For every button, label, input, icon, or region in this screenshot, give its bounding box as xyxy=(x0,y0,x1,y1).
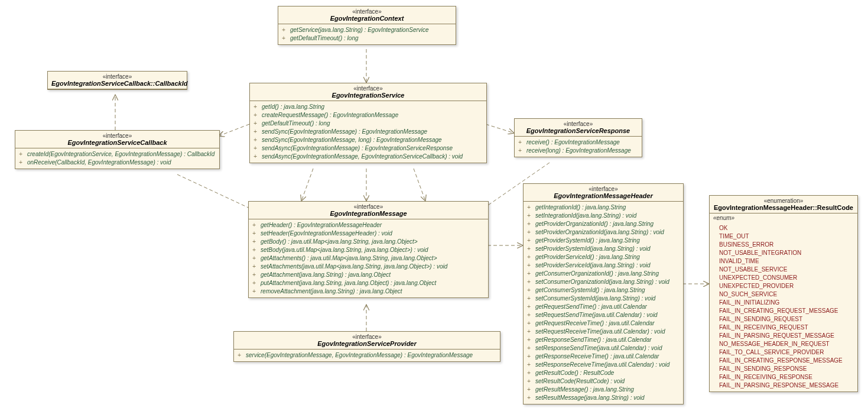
op-list: +getHeader() : EgovIntegrationMessageHea… xyxy=(249,219,488,297)
enum-result-code: «enumeration» EgovIntegrationMessageHead… xyxy=(709,195,858,392)
class-header: «interface» EgovIntegrationServiceCallba… xyxy=(48,72,187,89)
op-list: +getIntegrationId() : java.lang.String+s… xyxy=(524,202,683,404)
enum-value: FAIL_IN_RECEIVING_REQUEST xyxy=(713,323,854,332)
enum-value: FAIL_IN_CREATING_RESPONSE_MESSAGE xyxy=(713,357,854,365)
operation: +setResultMessage(java.lang.String) : vo… xyxy=(527,394,680,402)
operation: +createId(EgovIntegrationService, EgovIn… xyxy=(19,150,216,158)
op-list: +getId() : java.lang.String+createReques… xyxy=(250,101,486,163)
operation: +setProviderServiceId(java.lang.String) … xyxy=(527,261,680,270)
enum-value: FAIL_IN_SENDING_RESPONSE xyxy=(713,365,854,373)
operation: +getProviderServiceId() : java.lang.Stri… xyxy=(527,253,680,261)
operation: +putAttachment(java.lang.String, java.la… xyxy=(252,279,485,287)
operation: +setIntegrationId(java.lang.String) : vo… xyxy=(527,212,680,220)
class-name: EgovIntegrationMessageHeader xyxy=(554,192,653,199)
op-list: +service(EgovIntegrationMessage, EgovInt… xyxy=(234,349,500,361)
op-list: +getService(java.lang.String) : EgovInte… xyxy=(278,24,456,44)
stereotype: «interface» xyxy=(518,121,638,127)
class-message: «interface» EgovIntegrationMessage +getH… xyxy=(248,201,489,298)
class-name: EgovIntegrationServiceResponse xyxy=(526,127,630,134)
enum-value: FAIL_IN_INITIALIZING xyxy=(713,299,854,307)
enum-values: OK TIME_OUT BUSINESS_ERROR NOT_USABLE_IN… xyxy=(710,222,857,391)
class-response: «interface» EgovIntegrationServiceRespon… xyxy=(514,118,642,157)
class-header: «interface» EgovIntegrationService xyxy=(250,83,486,101)
operation: +getDefaultTimeout() : long xyxy=(253,119,483,128)
operation: +getResultMessage() : java.lang.String xyxy=(527,386,680,394)
operation: +service(EgovIntegrationMessage, EgovInt… xyxy=(238,351,496,360)
operation: +sendSync(EgovIntegrationMessage) : Egov… xyxy=(253,128,483,136)
operation: +getBody() : java.util.Map<java.lang.Str… xyxy=(252,238,485,246)
class-name: EgovIntegrationMessage xyxy=(330,210,407,217)
class-service: «interface» EgovIntegrationService +getI… xyxy=(249,83,487,163)
class-context: «interface» EgovIntegrationContext +getS… xyxy=(278,6,456,45)
operation: +getConsumerSystemId() : java.lang.Strin… xyxy=(527,286,680,295)
operation: +setResponseSendTime(java.util.Calendar)… xyxy=(527,344,680,352)
stereotype: «interface» xyxy=(527,186,680,192)
stereotype: «interface» xyxy=(19,132,216,139)
enum-value: NO_MESSAGE_HEADER_IN_REQUEST xyxy=(713,340,854,348)
class-callback-id: «interface» EgovIntegrationServiceCallba… xyxy=(47,71,187,90)
enum-value: FAIL_IN_PARSING_RESPONSE_MESSAGE xyxy=(713,381,854,390)
class-provider: «interface» EgovIntegrationServiceProvid… xyxy=(233,331,500,362)
operation: +setConsumerSystemId(java.lang.String) :… xyxy=(527,295,680,303)
stereotype: «interface» xyxy=(238,334,496,340)
class-header: «interface» EgovIntegrationMessageHeader xyxy=(524,184,683,202)
operation: +getAttachment(java.lang.String) : java.… xyxy=(252,271,485,279)
svg-line-7 xyxy=(414,169,425,201)
class-name: EgovIntegrationServiceCallback xyxy=(67,139,167,146)
operation: +getIntegrationId() : java.lang.String xyxy=(527,203,680,212)
operation: +setAttachments(java.util.Map<java.lang.… xyxy=(252,263,485,271)
operation: +setRequestReceiveTime(java.util.Calenda… xyxy=(527,328,680,336)
stereotype: «interface» xyxy=(282,8,452,15)
operation: +sendAsync(EgovIntegrationMessage, EgovI… xyxy=(253,153,483,161)
operation: +getAttachments() : java.util.Map<java.l… xyxy=(252,254,485,263)
class-header: «interface» EgovIntegrationServiceCallba… xyxy=(15,131,219,148)
operation: +setBody(java.util.Map<java.lang.String,… xyxy=(252,246,485,254)
class-name: EgovIntegrationContext xyxy=(330,15,404,22)
class-callback: «interface» EgovIntegrationServiceCallba… xyxy=(15,130,220,169)
svg-line-3 xyxy=(486,124,514,133)
svg-line-2 xyxy=(219,124,249,136)
enum-value: BUSINESS_ERROR xyxy=(713,241,854,249)
class-name: EgovIntegrationServiceCallback::Callback… xyxy=(51,80,187,87)
enum-value: FAIL_IN_CREATING_REQUEST_MESSAGE xyxy=(713,307,854,315)
operation: +getProviderSystemId() : java.lang.Strin… xyxy=(527,237,680,245)
op-list: +receive() : EgovIntegrationMessage+rece… xyxy=(515,137,642,157)
enum-value: UNEXPECTED_CONSUMER xyxy=(713,274,854,282)
svg-line-5 xyxy=(301,169,313,201)
enum-value: NOT_USABLE_SERVICE xyxy=(713,266,854,274)
enum-value: UNEXPECTED_PROVIDER xyxy=(713,282,854,290)
operation: +receive() : EgovIntegrationMessage xyxy=(518,138,638,147)
class-header-msg: «interface» EgovIntegrationMessageHeader… xyxy=(523,183,684,404)
operation: +setResponseReceiveTime(java.util.Calend… xyxy=(527,361,680,369)
enum-value: INVALID_TIME xyxy=(713,257,854,266)
class-name: EgovIntegrationService xyxy=(332,92,405,99)
enum-value: FAIL_IN_PARSING_REQUEST_MESSAGE xyxy=(713,332,854,340)
operation: +getId() : java.lang.String xyxy=(253,103,483,111)
operation: +receive(long) : EgovIntegrationMessage xyxy=(518,147,638,155)
operation: +createRequestMessage() : EgovIntegratio… xyxy=(253,111,483,119)
class-header: «interface» EgovIntegrationMessage xyxy=(249,202,488,219)
operation: +setRequestSendTime(java.util.Calendar) … xyxy=(527,311,680,319)
stereotype: «interface» xyxy=(51,73,183,80)
enum-label: «enum» xyxy=(710,213,857,222)
operation: +getResultCode() : ResultCode xyxy=(527,369,680,377)
operation: +setResultCode(ResultCode) : void xyxy=(527,377,680,386)
operation: +setProviderOrganizationId(java.lang.Str… xyxy=(527,228,680,237)
operation: +sendSync(EgovIntegrationMessage, long) … xyxy=(253,136,483,144)
operation: +setProviderSystemId(java.lang.String) :… xyxy=(527,245,680,253)
enum-value: OK xyxy=(713,224,854,232)
operation: +setConsumerOrganizationId(java.lang.Str… xyxy=(527,278,680,286)
operation: +getRequestSendTime() : java.util.Calend… xyxy=(527,303,680,311)
class-header: «interface» EgovIntegrationServiceRespon… xyxy=(515,119,642,137)
operation: +getResponseSendTime() : java.util.Calen… xyxy=(527,336,680,344)
class-name: EgovIntegrationMessageHeader::ResultCode xyxy=(714,204,853,211)
enum-value: NOT_USABLE_INTEGRATION xyxy=(713,249,854,257)
operation: +getRequestReceiveTime() : java.util.Cal… xyxy=(527,319,680,328)
operation: +removeAttachment(java.lang.String) : ja… xyxy=(252,287,485,296)
operation: +getHeader() : EgovIntegrationMessageHea… xyxy=(252,221,485,229)
operation: +getResponseReceiveTime() : java.util.Ca… xyxy=(527,352,680,361)
class-header: «interface» EgovIntegrationServiceProvid… xyxy=(234,332,500,349)
stereotype: «enumeration» xyxy=(713,198,854,204)
class-name: EgovIntegrationServiceProvider xyxy=(317,340,417,347)
enum-value: FAIL_IN_RECEIVING_RESPONSE xyxy=(713,373,854,381)
